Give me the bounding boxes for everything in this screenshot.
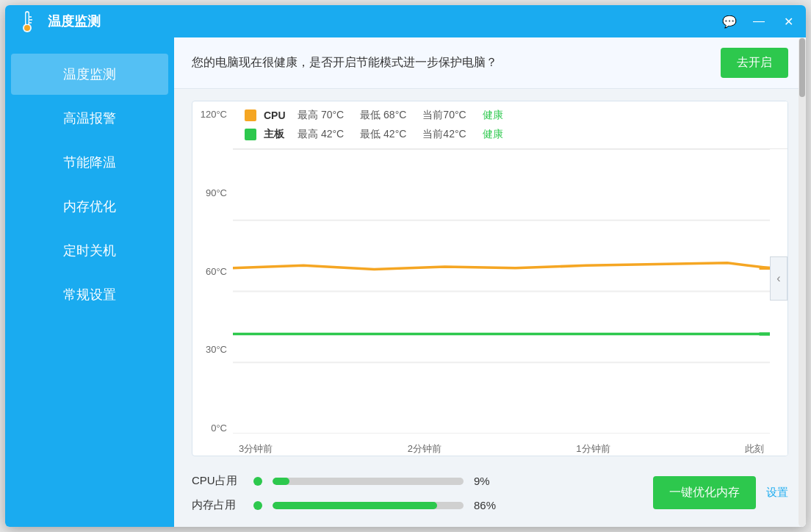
scrollbar-thumb[interactable] <box>799 38 805 97</box>
settings-link[interactable]: 设置 <box>766 486 788 500</box>
notification-text: 您的电脑现在很健康，是否开启节能模式进一步保护电脑？ <box>192 55 497 71</box>
titlebar: 温度监测 💬 — ✕ <box>5 5 806 37</box>
y-label-60: 60°C <box>198 266 227 277</box>
cpu-min: 最低 68°C <box>360 109 406 122</box>
memory-usage-dot <box>253 501 262 510</box>
mainboard-status: 健康 <box>483 128 503 141</box>
cpu-color-box <box>245 109 256 121</box>
cpu-line <box>233 263 770 270</box>
y-label-90: 90°C <box>198 187 227 198</box>
cpu-usage-label: CPU占用 <box>192 474 243 488</box>
message-button[interactable]: 💬 <box>721 12 738 30</box>
y-label-120: 120°C <box>198 109 227 120</box>
x-label-1min: 1分钟前 <box>576 442 610 456</box>
mainboard-color-box <box>245 129 256 140</box>
cpu-usage-bar-fill <box>273 478 289 485</box>
sidebar-item-temperature[interactable]: 温度监测 <box>11 54 168 95</box>
sidebar-item-settings[interactable]: 常规设置 <box>11 274 168 315</box>
sidebar: 温度监测 高温报警 节能降温 内存优化 定时关机 常规设置 <box>5 37 174 527</box>
svg-point-3 <box>24 25 30 31</box>
close-button[interactable]: ✕ <box>779 12 797 30</box>
legend-cpu: CPU 最高 70°C 最低 68°C 当前70°C 健康 <box>245 109 776 122</box>
content-area: 温度监测 高温报警 节能降温 内存优化 定时关机 常规设置 您的电脑现在很健康，… <box>5 37 806 527</box>
window-controls: 💬 — ✕ <box>721 12 797 30</box>
x-label-2min: 2分钟前 <box>408 442 441 456</box>
app-window: 温度监测 💬 — ✕ 温度监测 高温报警 节能降温 内存优化 定时关机 <box>5 5 806 527</box>
x-axis-labels: 3分钟前 2分钟前 1分钟前 此刻 <box>233 442 770 456</box>
chart-section: 120°C 90°C 60°C 30°C 0°C CPU <box>174 89 806 462</box>
memory-usage-bar-fill <box>273 502 437 509</box>
memory-usage-label: 内存占用 <box>192 498 243 512</box>
mainboard-min: 最低 42°C <box>360 128 406 141</box>
y-label-0: 0°C <box>198 423 227 434</box>
cpu-usage-dot <box>253 477 262 486</box>
legend-mainboard: 主板 最高 42°C 最低 42°C 当前42°C 健康 <box>245 128 776 141</box>
memory-usage-pct: 86% <box>474 499 496 511</box>
chart-svg <box>233 149 770 434</box>
cpu-max: 最高 70°C <box>298 109 344 122</box>
chart-inner: CPU 最高 70°C 最低 68°C 当前70°C 健康 主板 最高 42°C <box>233 101 787 456</box>
sidebar-item-memory[interactable]: 内存优化 <box>11 186 168 227</box>
mainboard-current: 当前42°C <box>422 128 466 141</box>
cpu-usage-pct: 9% <box>474 475 490 487</box>
bottom-actions: 一键优化内存 设置 <box>653 476 788 509</box>
sidebar-item-cooling[interactable]: 节能降温 <box>11 142 168 183</box>
sidebar-item-shutdown[interactable]: 定时关机 <box>11 230 168 271</box>
legend-area: CPU 最高 70°C 最低 68°C 当前70°C 健康 主板 最高 42°C <box>233 101 787 149</box>
chart-plot-area: 3分钟前 2分钟前 1分钟前 此刻 <box>233 149 787 456</box>
chart-container: 120°C 90°C 60°C 30°C 0°C CPU <box>192 101 788 456</box>
svg-rect-2 <box>26 12 29 24</box>
y-label-30: 30°C <box>198 344 227 355</box>
memory-usage-bar-bg <box>273 502 464 509</box>
sidebar-item-high-temp[interactable]: 高温报警 <box>11 98 168 139</box>
chart-scroll-arrow[interactable]: ‹ <box>770 256 787 301</box>
bottom-section: CPU占用 9% 内存占用 86% <box>174 462 806 527</box>
notification-bar: 您的电脑现在很健康，是否开启节能模式进一步保护电脑？ 去开启 <box>174 37 806 89</box>
mainboard-max: 最高 42°C <box>298 128 344 141</box>
x-label-3min: 3分钟前 <box>239 442 273 456</box>
app-title: 温度监测 <box>48 12 721 30</box>
cpu-current: 当前70°C <box>422 109 466 122</box>
mainboard-label: 主板 <box>264 128 290 141</box>
main-content: 您的电脑现在很健康，是否开启节能模式进一步保护电脑？ 去开启 120°C 90°… <box>174 37 806 527</box>
cpu-status: 健康 <box>483 109 503 122</box>
minimize-button[interactable]: — <box>750 12 768 30</box>
cpu-usage-bar-bg <box>273 478 464 485</box>
x-label-now: 此刻 <box>745 442 764 456</box>
optimize-button[interactable]: 一键优化内存 <box>653 476 756 509</box>
scrollbar[interactable] <box>799 37 806 527</box>
open-eco-button[interactable]: 去开启 <box>721 48 788 78</box>
y-axis: 120°C 90°C 60°C 30°C 0°C <box>192 101 233 456</box>
app-icon <box>14 8 40 35</box>
cpu-label: CPU <box>264 109 290 121</box>
